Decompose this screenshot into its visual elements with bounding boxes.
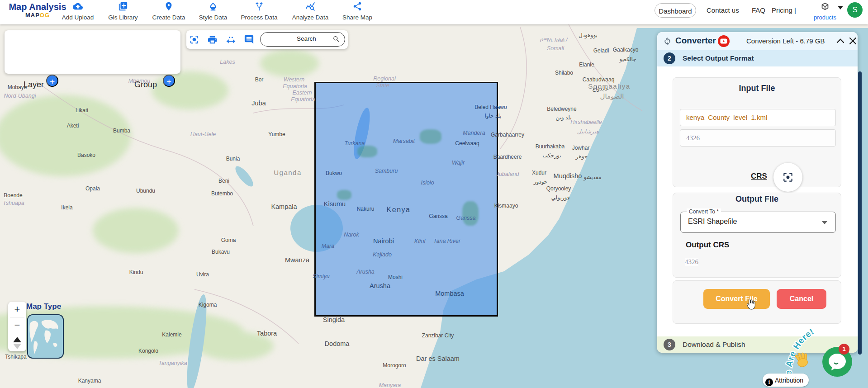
map-label: Mandera xyxy=(463,130,485,136)
map-label: Isiolo xyxy=(421,180,434,186)
map-label: Hirshabeelle xyxy=(570,119,602,125)
map-label: Kajiado xyxy=(373,251,392,258)
map-label: Singida xyxy=(323,316,345,323)
convert-to-select[interactable]: Convert To * ESRI Shapefile xyxy=(680,212,836,233)
products-label: products xyxy=(812,14,838,21)
nav-process-data[interactable]: Process Data xyxy=(236,1,283,21)
map-label: Kongolo xyxy=(138,348,158,354)
output-file-heading: Output File xyxy=(673,194,841,204)
converter-header: Converter Conversion Left - 6.79 GB xyxy=(657,32,858,50)
map-label: Buurhakaba xyxy=(536,143,565,150)
crs-link[interactable]: CRS xyxy=(751,172,767,181)
pricing-link[interactable]: Pricing | xyxy=(772,6,796,14)
step-2-number: 2 xyxy=(664,52,675,64)
comment-icon[interactable] xyxy=(244,34,254,45)
attribution-button[interactable]: iAttribution xyxy=(763,374,809,387)
map-toolbar: Search xyxy=(186,30,348,49)
map-label: Wajir xyxy=(452,160,465,166)
add-group-button[interactable]: + xyxy=(163,75,175,87)
compass-up-icon[interactable] xyxy=(13,337,21,349)
map-label: Beled Haawo xyxy=(474,104,507,110)
map-label: جوهر xyxy=(576,153,588,160)
map-label: Turkana xyxy=(345,140,365,147)
map-label: Uvira xyxy=(196,271,209,278)
input-filename-field[interactable]: kenya_County_level_1.kml xyxy=(680,109,836,126)
map-label: Western xyxy=(284,76,304,83)
avatar[interactable]: S xyxy=(847,2,863,18)
map-label: State xyxy=(376,82,389,89)
nav-gis-library[interactable]: Gis Library xyxy=(100,1,147,21)
route-icon xyxy=(254,5,264,13)
map-label: Mara xyxy=(322,243,334,249)
faq-link[interactable]: FAQ xyxy=(752,6,765,14)
map-label: بووهودل xyxy=(579,32,598,38)
measure-icon[interactable] xyxy=(226,34,236,45)
map-label: بورحكب xyxy=(542,152,561,159)
share-icon xyxy=(352,5,362,13)
output-crs-link[interactable]: Output CRS xyxy=(686,241,729,250)
map-label: Tabora xyxy=(257,330,277,337)
cancel-button[interactable]: Cancel xyxy=(777,289,826,309)
map-label: فوريولي xyxy=(551,194,570,201)
map-label: Zanzibar City xyxy=(422,332,454,339)
app-root: South SudanUgandaKenyaSoomaaliyaالصومالW… xyxy=(0,0,868,388)
input-epsg-field[interactable]: 4326 xyxy=(680,129,836,147)
nav-share-map[interactable]: Share Map xyxy=(334,1,381,21)
search-input[interactable]: Search xyxy=(260,32,345,47)
close-icon[interactable] xyxy=(849,37,857,47)
map-label: Garissa xyxy=(429,213,447,219)
map-label: Shilabo xyxy=(555,70,573,76)
map-label: جالكعيو xyxy=(620,56,636,62)
collapse-chevron-up-icon[interactable] xyxy=(836,38,844,46)
map-label: Regional xyxy=(373,76,395,82)
products-menu[interactable]: products xyxy=(812,2,838,21)
map-label: Opala xyxy=(85,185,100,192)
map-label: Nairobi xyxy=(373,237,394,245)
sync-icon[interactable] xyxy=(663,36,672,46)
map-label: Marsabit xyxy=(393,138,415,144)
nav-style-data[interactable]: Style Data xyxy=(190,1,237,21)
map-label: مقديشو xyxy=(583,174,601,180)
step-2-bar: 2 Select Output Format xyxy=(657,50,858,66)
map-label: Bor xyxy=(255,76,264,83)
hand-cursor-icon xyxy=(745,298,756,311)
nav-add-upload[interactable]: Add Upload xyxy=(54,1,101,21)
center-focus-icon[interactable] xyxy=(189,34,199,45)
nav-create-data[interactable]: Create Data xyxy=(145,1,192,21)
map-label: Bunia xyxy=(226,156,240,162)
map-label: Samburu xyxy=(375,168,398,174)
map-label: Uganda xyxy=(274,169,302,176)
map-label: Simiyu xyxy=(313,273,330,279)
youtube-icon[interactable] xyxy=(717,35,730,47)
map-type-thumbnail[interactable] xyxy=(27,314,64,359)
add-layer-button[interactable]: + xyxy=(46,75,58,87)
convert-file-button[interactable]: Convert File xyxy=(703,289,770,309)
map-zoom-controls: + − xyxy=(8,302,26,351)
nav-analyze-data[interactable]: Analyze Data xyxy=(287,1,334,21)
contact-us-link[interactable]: Contact us xyxy=(707,6,739,14)
dashboard-button[interactable]: Dashboard xyxy=(655,3,696,18)
output-epsg-field[interactable]: 4326 xyxy=(685,258,698,266)
attribution-label: Attribution xyxy=(775,377,803,384)
panel-scrollbar[interactable] xyxy=(858,71,862,355)
map-label: Manyara xyxy=(379,382,401,388)
step-3-label: Download & Publish xyxy=(683,341,745,349)
map-label: Moshi xyxy=(388,274,403,280)
crs-picker-button[interactable] xyxy=(773,163,802,192)
ink-drop-icon xyxy=(208,5,218,13)
map-label: Eastern xyxy=(292,90,312,96)
map-label: Goma xyxy=(221,237,236,243)
map-label: عابدؤاغ xyxy=(593,85,609,92)
chevron-down-icon[interactable] xyxy=(838,6,843,9)
map-label: Beledweyne xyxy=(547,106,576,112)
map-label: Garissa xyxy=(456,215,475,221)
map-label: Kigoma xyxy=(199,302,217,308)
zoom-in-button[interactable]: + xyxy=(8,302,26,317)
compass-down-icon xyxy=(13,344,21,349)
query-stats-icon xyxy=(305,5,315,13)
map-label: Jowhar xyxy=(572,145,590,151)
print-icon[interactable] xyxy=(207,34,218,45)
zoom-out-button[interactable]: − xyxy=(8,317,26,332)
library-add-icon xyxy=(118,5,128,13)
layers-panel: Layer + Group + xyxy=(5,30,180,74)
